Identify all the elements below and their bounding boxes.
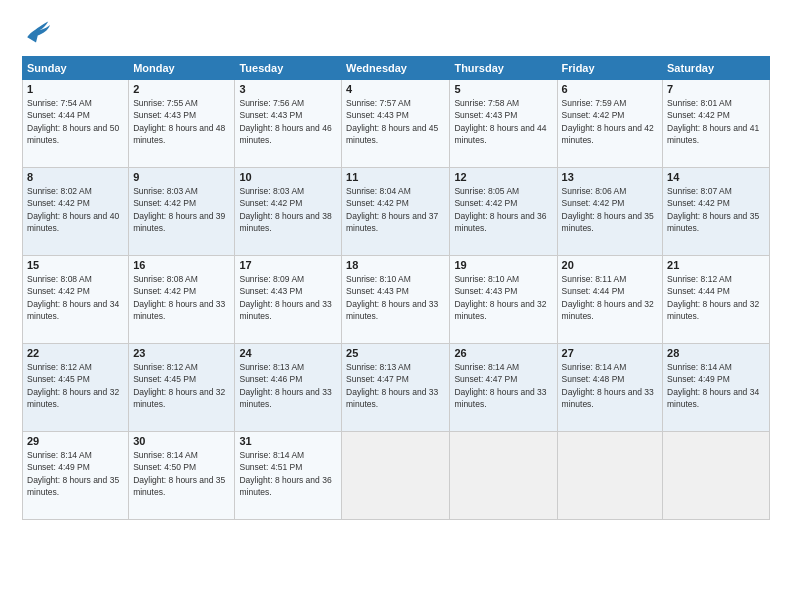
calendar-cell: 26 Sunrise: 8:14 AMSunset: 4:47 PMDaylig… xyxy=(450,344,557,432)
day-number: 8 xyxy=(27,171,124,183)
calendar-cell: 10 Sunrise: 8:03 AMSunset: 4:42 PMDaylig… xyxy=(235,168,342,256)
calendar-week-row: 22 Sunrise: 8:12 AMSunset: 4:45 PMDaylig… xyxy=(23,344,770,432)
calendar-cell: 14 Sunrise: 8:07 AMSunset: 4:42 PMDaylig… xyxy=(663,168,770,256)
day-number: 12 xyxy=(454,171,552,183)
day-number: 17 xyxy=(239,259,337,271)
calendar-cell: 19 Sunrise: 8:10 AMSunset: 4:43 PMDaylig… xyxy=(450,256,557,344)
calendar-cell: 18 Sunrise: 8:10 AMSunset: 4:43 PMDaylig… xyxy=(342,256,450,344)
calendar-cell xyxy=(342,432,450,520)
weekday-header-wednesday: Wednesday xyxy=(342,57,450,80)
weekday-header-monday: Monday xyxy=(129,57,235,80)
day-info: Sunrise: 8:14 AMSunset: 4:50 PMDaylight:… xyxy=(133,450,225,497)
calendar-cell: 30 Sunrise: 8:14 AMSunset: 4:50 PMDaylig… xyxy=(129,432,235,520)
calendar-week-row: 8 Sunrise: 8:02 AMSunset: 4:42 PMDayligh… xyxy=(23,168,770,256)
day-info: Sunrise: 7:58 AMSunset: 4:43 PMDaylight:… xyxy=(454,98,546,145)
calendar-cell: 23 Sunrise: 8:12 AMSunset: 4:45 PMDaylig… xyxy=(129,344,235,432)
day-number: 7 xyxy=(667,83,765,95)
day-info: Sunrise: 8:10 AMSunset: 4:43 PMDaylight:… xyxy=(454,274,546,321)
day-number: 1 xyxy=(27,83,124,95)
day-info: Sunrise: 8:04 AMSunset: 4:42 PMDaylight:… xyxy=(346,186,438,233)
day-number: 16 xyxy=(133,259,230,271)
calendar-cell: 7 Sunrise: 8:01 AMSunset: 4:42 PMDayligh… xyxy=(663,80,770,168)
day-info: Sunrise: 8:03 AMSunset: 4:42 PMDaylight:… xyxy=(133,186,225,233)
day-number: 3 xyxy=(239,83,337,95)
weekday-header-tuesday: Tuesday xyxy=(235,57,342,80)
day-info: Sunrise: 8:12 AMSunset: 4:45 PMDaylight:… xyxy=(133,362,225,409)
day-number: 24 xyxy=(239,347,337,359)
day-info: Sunrise: 8:14 AMSunset: 4:49 PMDaylight:… xyxy=(27,450,119,497)
day-number: 14 xyxy=(667,171,765,183)
day-info: Sunrise: 8:05 AMSunset: 4:42 PMDaylight:… xyxy=(454,186,546,233)
calendar-cell: 28 Sunrise: 8:14 AMSunset: 4:49 PMDaylig… xyxy=(663,344,770,432)
calendar-cell: 15 Sunrise: 8:08 AMSunset: 4:42 PMDaylig… xyxy=(23,256,129,344)
weekday-header-friday: Friday xyxy=(557,57,662,80)
day-number: 23 xyxy=(133,347,230,359)
calendar-cell: 2 Sunrise: 7:55 AMSunset: 4:43 PMDayligh… xyxy=(129,80,235,168)
calendar-cell xyxy=(663,432,770,520)
day-info: Sunrise: 8:08 AMSunset: 4:42 PMDaylight:… xyxy=(133,274,225,321)
day-info: Sunrise: 8:11 AMSunset: 4:44 PMDaylight:… xyxy=(562,274,654,321)
day-info: Sunrise: 8:10 AMSunset: 4:43 PMDaylight:… xyxy=(346,274,438,321)
calendar-cell: 22 Sunrise: 8:12 AMSunset: 4:45 PMDaylig… xyxy=(23,344,129,432)
calendar-cell: 3 Sunrise: 7:56 AMSunset: 4:43 PMDayligh… xyxy=(235,80,342,168)
day-info: Sunrise: 7:55 AMSunset: 4:43 PMDaylight:… xyxy=(133,98,225,145)
calendar-cell: 20 Sunrise: 8:11 AMSunset: 4:44 PMDaylig… xyxy=(557,256,662,344)
day-info: Sunrise: 8:12 AMSunset: 4:45 PMDaylight:… xyxy=(27,362,119,409)
day-number: 20 xyxy=(562,259,658,271)
calendar-week-row: 1 Sunrise: 7:54 AMSunset: 4:44 PMDayligh… xyxy=(23,80,770,168)
day-info: Sunrise: 8:14 AMSunset: 4:51 PMDaylight:… xyxy=(239,450,331,497)
day-info: Sunrise: 8:07 AMSunset: 4:42 PMDaylight:… xyxy=(667,186,759,233)
calendar-week-row: 29 Sunrise: 8:14 AMSunset: 4:49 PMDaylig… xyxy=(23,432,770,520)
day-number: 19 xyxy=(454,259,552,271)
calendar-cell: 24 Sunrise: 8:13 AMSunset: 4:46 PMDaylig… xyxy=(235,344,342,432)
calendar-cell: 25 Sunrise: 8:13 AMSunset: 4:47 PMDaylig… xyxy=(342,344,450,432)
day-number: 29 xyxy=(27,435,124,447)
header xyxy=(22,18,770,46)
day-info: Sunrise: 8:02 AMSunset: 4:42 PMDaylight:… xyxy=(27,186,119,233)
calendar-cell: 11 Sunrise: 8:04 AMSunset: 4:42 PMDaylig… xyxy=(342,168,450,256)
day-number: 9 xyxy=(133,171,230,183)
page: SundayMondayTuesdayWednesdayThursdayFrid… xyxy=(0,0,792,612)
day-number: 28 xyxy=(667,347,765,359)
calendar-cell xyxy=(557,432,662,520)
day-number: 25 xyxy=(346,347,445,359)
day-info: Sunrise: 8:06 AMSunset: 4:42 PMDaylight:… xyxy=(562,186,654,233)
calendar-cell: 5 Sunrise: 7:58 AMSunset: 4:43 PMDayligh… xyxy=(450,80,557,168)
logo xyxy=(22,18,54,46)
day-info: Sunrise: 8:09 AMSunset: 4:43 PMDaylight:… xyxy=(239,274,331,321)
calendar-cell: 4 Sunrise: 7:57 AMSunset: 4:43 PMDayligh… xyxy=(342,80,450,168)
calendar-table: SundayMondayTuesdayWednesdayThursdayFrid… xyxy=(22,56,770,520)
day-number: 21 xyxy=(667,259,765,271)
day-info: Sunrise: 7:54 AMSunset: 4:44 PMDaylight:… xyxy=(27,98,119,145)
day-info: Sunrise: 8:14 AMSunset: 4:49 PMDaylight:… xyxy=(667,362,759,409)
calendar-cell: 21 Sunrise: 8:12 AMSunset: 4:44 PMDaylig… xyxy=(663,256,770,344)
day-info: Sunrise: 8:08 AMSunset: 4:42 PMDaylight:… xyxy=(27,274,119,321)
day-info: Sunrise: 8:03 AMSunset: 4:42 PMDaylight:… xyxy=(239,186,331,233)
calendar-cell: 1 Sunrise: 7:54 AMSunset: 4:44 PMDayligh… xyxy=(23,80,129,168)
day-number: 26 xyxy=(454,347,552,359)
day-number: 6 xyxy=(562,83,658,95)
day-info: Sunrise: 8:12 AMSunset: 4:44 PMDaylight:… xyxy=(667,274,759,321)
weekday-header-sunday: Sunday xyxy=(23,57,129,80)
day-number: 11 xyxy=(346,171,445,183)
day-number: 18 xyxy=(346,259,445,271)
calendar-cell: 17 Sunrise: 8:09 AMSunset: 4:43 PMDaylig… xyxy=(235,256,342,344)
day-number: 27 xyxy=(562,347,658,359)
day-info: Sunrise: 8:13 AMSunset: 4:47 PMDaylight:… xyxy=(346,362,438,409)
calendar-cell: 27 Sunrise: 8:14 AMSunset: 4:48 PMDaylig… xyxy=(557,344,662,432)
day-number: 13 xyxy=(562,171,658,183)
calendar-cell: 16 Sunrise: 8:08 AMSunset: 4:42 PMDaylig… xyxy=(129,256,235,344)
calendar-cell: 13 Sunrise: 8:06 AMSunset: 4:42 PMDaylig… xyxy=(557,168,662,256)
weekday-header-thursday: Thursday xyxy=(450,57,557,80)
calendar-week-row: 15 Sunrise: 8:08 AMSunset: 4:42 PMDaylig… xyxy=(23,256,770,344)
calendar-cell xyxy=(450,432,557,520)
day-number: 4 xyxy=(346,83,445,95)
day-number: 10 xyxy=(239,171,337,183)
day-number: 2 xyxy=(133,83,230,95)
day-number: 30 xyxy=(133,435,230,447)
day-info: Sunrise: 7:57 AMSunset: 4:43 PMDaylight:… xyxy=(346,98,438,145)
day-info: Sunrise: 8:14 AMSunset: 4:48 PMDaylight:… xyxy=(562,362,654,409)
logo-icon xyxy=(22,18,50,46)
day-info: Sunrise: 8:01 AMSunset: 4:42 PMDaylight:… xyxy=(667,98,759,145)
day-info: Sunrise: 8:13 AMSunset: 4:46 PMDaylight:… xyxy=(239,362,331,409)
